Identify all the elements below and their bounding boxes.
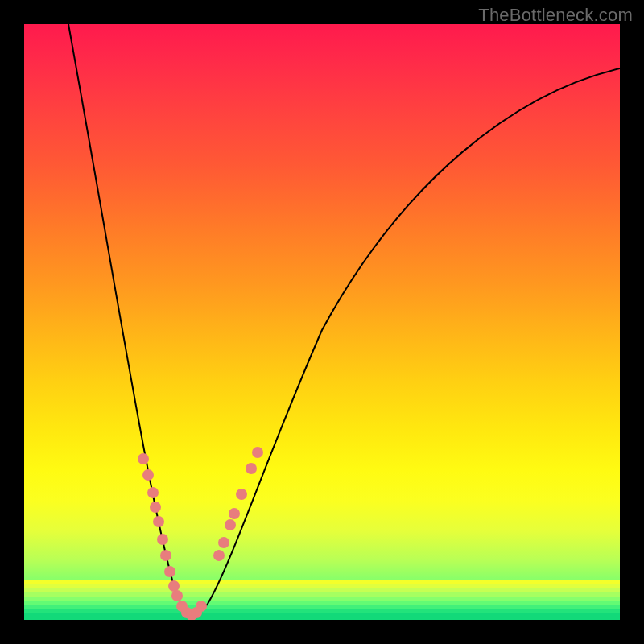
data-dot xyxy=(225,519,236,530)
data-dot xyxy=(138,453,149,464)
data-dot xyxy=(142,469,154,481)
data-dot xyxy=(246,463,257,474)
data-dot xyxy=(196,601,207,612)
watermark-text: TheBottleneck.com xyxy=(478,5,633,26)
data-dots xyxy=(138,447,263,620)
data-dot xyxy=(229,508,240,519)
data-dot xyxy=(150,502,161,513)
data-dot xyxy=(168,580,180,592)
data-dot xyxy=(164,566,175,577)
bottleneck-curve xyxy=(68,24,620,613)
chart-frame: TheBottleneck.com xyxy=(0,0,644,644)
data-dot xyxy=(252,447,263,458)
data-dot xyxy=(218,537,229,548)
plot-area xyxy=(24,24,620,620)
data-dot xyxy=(160,550,171,561)
data-dot xyxy=(153,516,164,527)
chart-overlay xyxy=(24,24,620,620)
data-dot xyxy=(236,489,247,500)
data-dot xyxy=(213,550,225,561)
data-dot xyxy=(147,487,159,498)
data-dot xyxy=(157,534,168,545)
data-dot xyxy=(171,590,183,601)
